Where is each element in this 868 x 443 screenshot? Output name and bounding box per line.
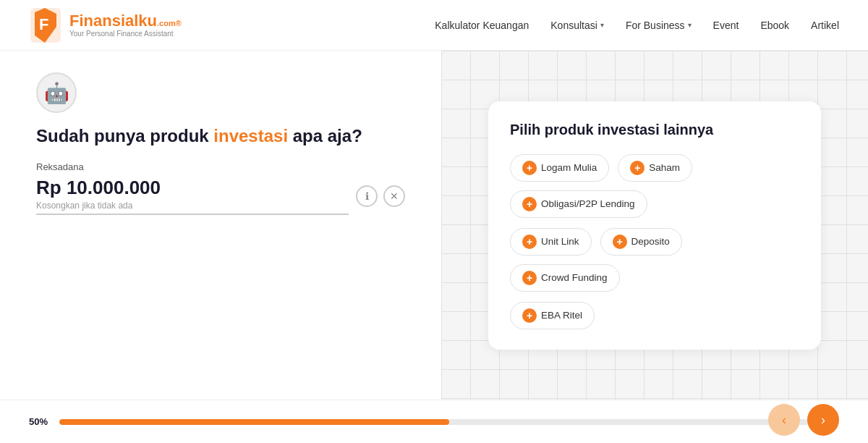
chip-unit-link[interactable]: + Unit Link <box>510 228 592 256</box>
logo-name: Finansialku.com® <box>69 12 182 30</box>
info-button[interactable]: ℹ <box>356 185 378 207</box>
nav-artikel[interactable]: Artikel <box>811 20 839 31</box>
product-row-0: + Logam Mulia + Saham + Obligasi/P2P Len… <box>510 154 799 218</box>
input-section: Reksadana Rp 10.000.000 Kosongkan jika t… <box>36 161 405 215</box>
question-title: Sudah punya produk investasi apa aja? <box>36 125 405 147</box>
close-button[interactable]: ✕ <box>383 185 405 207</box>
nav-event[interactable]: Event <box>713 20 739 31</box>
product-row-1: + Unit Link + Deposito + Crowd Funding <box>510 228 799 292</box>
nav-arrows: ‹ › <box>768 404 839 436</box>
logo-icon: F <box>29 7 62 44</box>
input-icons: ℹ ✕ <box>356 185 405 207</box>
progress-fill <box>59 419 449 425</box>
input-label: Reksadana <box>36 161 405 172</box>
chip-eba-ritel[interactable]: + EBA Ritel <box>510 302 595 329</box>
header: F Finansialku.com® Your Personal Finance… <box>0 0 868 51</box>
amount-display: Rp 10.000.000 <box>36 177 349 199</box>
chip-deposito[interactable]: + Deposito <box>600 228 682 256</box>
progress-label: 50% <box>29 416 48 427</box>
chip-plus-icon: + <box>613 235 627 249</box>
chip-saham[interactable]: + Saham <box>618 154 692 182</box>
nav-for-business[interactable]: For Business ▾ <box>626 20 692 31</box>
nav-konsultasi[interactable]: Konsultasi ▾ <box>550 20 604 31</box>
chip-plus-icon: + <box>522 235 537 249</box>
svg-text:F: F <box>39 15 48 33</box>
chip-plus-icon: + <box>630 161 644 175</box>
left-panel: 🤖 Sudah punya produk investasi apa aja? … <box>0 51 441 400</box>
bottom-bar: 50% ‹ › <box>0 400 868 443</box>
chip-plus-icon: + <box>522 197 537 211</box>
amount-wrapper: Rp 10.000.000 Kosongkan jika tidak ada <box>36 177 349 215</box>
product-grid: + Logam Mulia + Saham + Obligasi/P2P Len… <box>510 154 799 329</box>
product-card-title: Pilih produk investasi lainnya <box>510 122 799 138</box>
nav-kalkulator[interactable]: Kalkulator Keuangan <box>435 20 529 31</box>
progress-track <box>59 419 839 425</box>
avatar: 🤖 <box>36 72 77 113</box>
chip-plus-icon: + <box>522 308 537 323</box>
for-business-chevron-icon: ▾ <box>688 21 692 29</box>
main-content: 🤖 Sudah punya produk investasi apa aja? … <box>0 51 868 400</box>
product-card: Pilih produk investasi lainnya + Logam M… <box>488 101 821 350</box>
next-button[interactable]: › <box>807 404 839 436</box>
amount-hint: Kosongkan jika tidak ada <box>36 201 349 211</box>
konsultasi-chevron-icon: ▾ <box>600 21 604 29</box>
logo-tagline: Your Personal Finance Assistant <box>69 30 182 38</box>
chip-plus-icon: + <box>522 271 537 285</box>
chip-plus-icon: + <box>522 161 537 175</box>
input-row: Rp 10.000.000 Kosongkan jika tidak ada ℹ… <box>36 177 405 215</box>
logo-text: Finansialku.com® Your Personal Finance A… <box>69 12 182 38</box>
logo: F Finansialku.com® Your Personal Finance… <box>29 7 182 44</box>
prev-button[interactable]: ‹ <box>768 404 800 436</box>
right-panel: Pilih produk investasi lainnya + Logam M… <box>441 51 868 400</box>
chip-logam-mulia[interactable]: + Logam Mulia <box>510 154 609 182</box>
nav-ebook[interactable]: Ebook <box>760 20 789 31</box>
chip-crowd-funding[interactable]: + Crowd Funding <box>510 264 620 292</box>
product-row-2: + EBA Ritel <box>510 302 799 329</box>
main-nav: Kalkulator Keuangan Konsultasi ▾ For Bus… <box>435 20 839 31</box>
chip-obligasi[interactable]: + Obligasi/P2P Lending <box>510 190 647 218</box>
